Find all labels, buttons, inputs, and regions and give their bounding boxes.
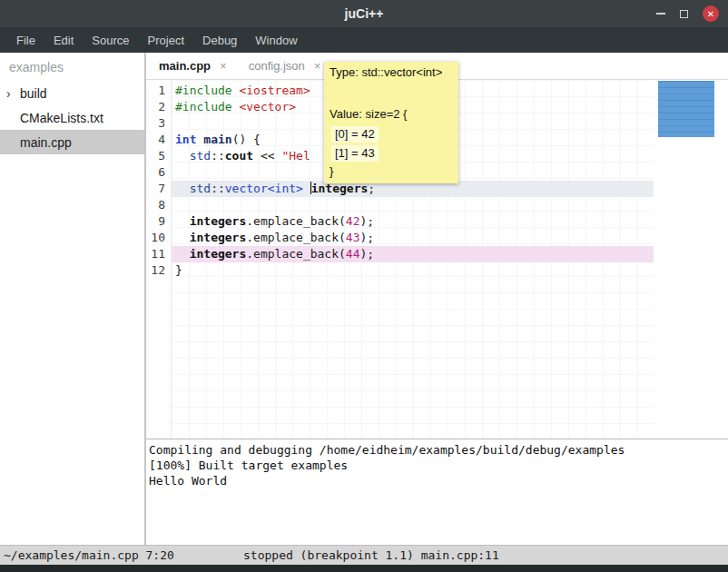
tooltip-element-value: [0] = 42 — [331, 126, 379, 143]
code-segment — [175, 231, 190, 244]
terminal-line: [100%] Built target examples — [149, 458, 728, 473]
status-debug-state: stopped (breakpoint 1.1) main.cpp:11 — [243, 548, 499, 562]
code-segment: :: — [211, 182, 225, 195]
tooltip-close-brace: } — [330, 164, 453, 179]
debug-value-tooltip: Type: std::vector<int> Value: size=2 { [… — [324, 62, 458, 183]
minimize-icon — [656, 13, 665, 15]
code-segment — [175, 149, 190, 163]
tooltip-type-line: Type: std::vector<int> — [330, 65, 453, 82]
line-number[interactable]: 4 — [146, 132, 165, 148]
line-number[interactable]: 2 — [146, 99, 165, 115]
tooltip-value-line: Value: size=2 { — [330, 107, 453, 123]
code-segment: "Hel — [281, 149, 310, 163]
line-number[interactable]: 10 — [146, 230, 165, 246]
content: examples ›buildCMakeLists.txtmain.cpp ma… — [0, 53, 728, 545]
code-segment: main — [203, 133, 231, 146]
menu-window[interactable]: Window — [246, 29, 306, 52]
line-number-gutter[interactable]: 123456789101112 — [146, 80, 172, 439]
menu-debug[interactable]: Debug — [193, 29, 246, 52]
tab-main-cpp[interactable]: main.cpp× — [148, 53, 238, 79]
titlebar[interactable]: juCi++ ✕ — [0, 0, 728, 27]
tree-item-label: main.cpp — [20, 135, 72, 150]
code-segment: .emplace_back( — [246, 247, 346, 261]
tab-close-icon[interactable]: × — [220, 59, 227, 73]
menu-file[interactable]: File — [7, 29, 44, 52]
window-title: juCi++ — [0, 6, 728, 21]
tree-item-label: CMakeLists.txt — [20, 111, 103, 125]
code-segment: ; — [368, 182, 375, 195]
code-segment: 42 — [346, 214, 360, 228]
code-segment: 43 — [346, 231, 360, 244]
minimize-button[interactable] — [656, 13, 665, 15]
code-segment — [175, 182, 190, 195]
code-segment: 44 — [346, 247, 360, 261]
file-tree-panel: examples ›buildCMakeLists.txtmain.cpp — [0, 53, 144, 545]
sidebar-item-cmakelists-txt[interactable]: CMakeLists.txt — [0, 105, 144, 130]
sidebar-item-build[interactable]: ›build — [0, 81, 144, 105]
tooltip-items: [0] = 42[1] = 43 — [330, 126, 453, 162]
close-button[interactable]: ✕ — [703, 5, 719, 22]
code-segment: ); — [360, 231, 375, 244]
terminal-line: Hello World — [149, 473, 728, 488]
expander-icon[interactable]: › — [6, 86, 20, 101]
code-segment: integers — [190, 214, 247, 228]
editor-scrollbar-rail[interactable] — [654, 80, 728, 439]
code-segment: :: — [211, 149, 225, 163]
tab-label: main.cpp — [159, 59, 211, 73]
line-number[interactable]: 12 — [146, 262, 165, 279]
maximize-icon — [680, 10, 688, 18]
terminal-line: Compiling and debugging /home/eidheim/ex… — [149, 442, 728, 458]
main-panel: main.cpp×config.json× 123456789101112 #i… — [146, 53, 728, 545]
menu-source[interactable]: Source — [83, 29, 138, 52]
code-line[interactable]: integers.emplace_back(44); — [172, 246, 654, 262]
tab-label: config.json — [249, 59, 305, 73]
tab-config-json[interactable]: config.json× — [238, 53, 332, 79]
code-line[interactable]: integers.emplace_back(43); — [172, 230, 654, 246]
tooltip-spacer — [330, 82, 453, 107]
code-line[interactable] — [172, 197, 654, 213]
menubar: FileEditSourceProjectDebugWindow — [0, 27, 728, 53]
line-number[interactable]: 1 — [146, 83, 165, 99]
code-segment: integers — [190, 231, 247, 244]
code-segment: } — [175, 263, 182, 277]
line-number[interactable]: 5 — [146, 148, 165, 164]
tab-close-icon[interactable]: × — [314, 59, 321, 73]
window-controls: ✕ — [656, 5, 728, 22]
sidebar-item-main-cpp[interactable]: main.cpp — [0, 130, 144, 154]
menu-edit[interactable]: Edit — [44, 29, 83, 52]
code-segment: vector<int> — [225, 182, 303, 195]
line-number[interactable]: 3 — [146, 115, 165, 132]
code-segment: integers — [190, 247, 247, 261]
code-segment: << — [253, 149, 281, 163]
file-tree: ›buildCMakeLists.txtmain.cpp — [0, 81, 144, 154]
window-bottom-edge — [0, 565, 728, 572]
tooltip-element-value: [1] = 43 — [331, 145, 379, 162]
statusbar: ~/examples/main.cpp 7:20 stopped (breakp… — [0, 545, 728, 565]
project-name: examples — [0, 53, 144, 81]
code-segment: int — [175, 133, 196, 146]
app-window: juCi++ ✕ FileEditSourceProjectDebugWindo… — [0, 0, 728, 572]
code-segment: <vector> — [239, 100, 296, 113]
terminal-output[interactable]: Compiling and debugging /home/eidheim/ex… — [146, 439, 728, 545]
line-number[interactable]: 11 — [146, 246, 165, 262]
line-number[interactable]: 8 — [146, 197, 165, 213]
code-segment: <iostream> — [239, 84, 310, 97]
tree-item-label: build — [20, 86, 47, 101]
line-number[interactable]: 7 — [146, 181, 165, 197]
maximize-button[interactable] — [680, 10, 688, 18]
code-segment: std — [190, 182, 211, 195]
code-segment: #include — [175, 84, 232, 97]
code-segment — [175, 247, 190, 261]
code-segment: .emplace_back( — [246, 214, 346, 228]
line-number[interactable]: 9 — [146, 213, 165, 230]
code-line[interactable]: } — [172, 262, 654, 279]
code-segment: .emplace_back( — [246, 231, 346, 244]
menu-project[interactable]: Project — [139, 29, 193, 52]
scrollbar-thumb[interactable] — [658, 81, 714, 137]
line-number[interactable]: 6 — [146, 164, 165, 181]
code-segment: ); — [360, 214, 375, 228]
code-segment: ); — [360, 247, 375, 261]
code-segment: () { — [232, 133, 261, 146]
code-line[interactable]: integers.emplace_back(42); — [172, 213, 654, 230]
code-segment — [175, 214, 190, 228]
